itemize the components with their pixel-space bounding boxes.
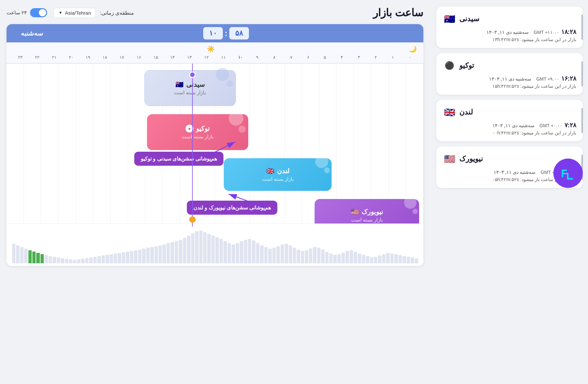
bar-chart-bar (390, 253, 394, 263)
toggle-24h-label: ۲۴ ساعت (7, 10, 27, 16)
bar-chart-bar (366, 256, 369, 263)
svg-line-1 (203, 142, 235, 158)
chevron-down-icon: ▼ (58, 10, 62, 15)
bar-chart-bar (309, 249, 312, 263)
bar-chart-bar (223, 241, 227, 263)
top-bar: ساعت بازار منطقه‌ی زمانی: Asia/Tehran ▼ … (7, 7, 423, 19)
london-time: ۷:۲۸ GMT +۰.۰۰ سه‌شنبه دی ۱۱, ۱۴۰۳ (443, 121, 576, 129)
bar-chart-bar (394, 254, 398, 263)
clock-hour: ۱۰ (203, 27, 223, 39)
sydney-name: سیدنی (459, 15, 479, 23)
bar-chart-bar (386, 253, 389, 263)
bar-chart-bar (97, 256, 101, 263)
right-panel: ساعت بازار منطقه‌ی زمانی: Asia/Tehran ▼ … (0, 0, 431, 272)
bar-chart-bar (138, 250, 141, 263)
bar-chart-bar (122, 252, 125, 263)
sydney-time: ۱۸:۲۸ GMT +۱۱.۰۰ سه‌شنبه دی ۱۱, ۱۴۰۳ (443, 28, 576, 36)
timeline-day: سه‌شنبه (14, 29, 50, 37)
tokyo-name: توکیو (459, 61, 474, 70)
bar-chart-bar (146, 248, 150, 263)
bar-chart-bar (341, 253, 345, 263)
bar-chart-bar (118, 253, 121, 263)
toggle-24h-area: ۲۴ ساعت (7, 8, 47, 17)
bar-chart-bar (358, 253, 361, 263)
chart-area: سیدنی 🇦🇺 بازار بسته است توکیو ● بازار بس… (7, 64, 423, 266)
bar-chart-bar (411, 257, 414, 263)
tokyo-card[interactable]: توکیو ⚫ ۱۶:۲۸ GMT +۹.۰۰ سه‌شنبه دی ۱۱, ۱… (436, 53, 583, 95)
tokyo-time: ۱۶:۲۸ GMT +۹.۰۰ سه‌شنبه دی ۱۱, ۱۴۰۳ (443, 75, 576, 82)
london-card[interactable]: لندن 🇬🇧 ۷:۲۸ GMT +۰.۰۰ سه‌شنبه دی ۱۱, ۱۴… (436, 100, 583, 141)
bar-chart-bar (175, 241, 178, 263)
bar-chart-bar (36, 253, 40, 263)
bar-chart-bar (93, 257, 97, 263)
newyork-flag: 🇺🇸 (443, 152, 456, 165)
bar-chart-bar (305, 250, 308, 263)
sydney-flag: 🇦🇺 (443, 12, 456, 25)
moon-icon: 🌙 (409, 45, 417, 53)
bar-chart-bar (362, 255, 365, 263)
bar-chart-bar (28, 250, 32, 263)
bar-chart-bar (281, 244, 284, 263)
bar-chart-bar (20, 247, 24, 263)
bar-chart-bar (321, 250, 324, 263)
bar-chart-bar (89, 257, 92, 263)
top-controls: منطقه‌ی زمانی: Asia/Tehran ▼ ۲۴ ساعت (7, 8, 134, 18)
bar-chart-bar (329, 253, 333, 263)
bar-chart-bar (81, 259, 84, 263)
bar-chart-bar (402, 256, 406, 263)
bar-chart-bar (106, 255, 109, 263)
logo-area (553, 159, 583, 188)
bar-chart-bar (134, 250, 137, 263)
timezone-select[interactable]: Asia/Tehran ▼ (54, 8, 96, 18)
bar-chart-bar (285, 244, 288, 263)
bar-chart-bar (77, 259, 80, 263)
bar-chart-bar (333, 255, 336, 263)
bar-chart-bar (44, 255, 48, 263)
bar-chart-bar (256, 243, 259, 263)
newyork-name: نیویورک (459, 155, 483, 163)
bar-chart-bar (382, 254, 385, 263)
toggle-24h-switch[interactable] (30, 8, 47, 17)
bar-chart-bar (114, 253, 117, 263)
timeline-clock: ۵۸ : ۱۰ (203, 27, 249, 39)
bar-chart-bar (407, 257, 410, 263)
bar-chart-bar (171, 242, 174, 263)
bar-chart-bar (126, 252, 129, 263)
sydney-bar-sub: بازار بسته است (174, 90, 206, 96)
bar-chart-bar (69, 259, 72, 263)
bar-chart-bar (276, 246, 280, 263)
svg-line-3 (229, 194, 265, 207)
sydney-card[interactable]: سیدنی 🇦🇺 ۱۸:۲۸ GMT +۱۱.۰۰ سه‌شنبه دی ۱۱,… (436, 7, 583, 48)
bar-chart-bar (179, 240, 182, 263)
london-status: بازار در این ساعت باز میشود: ۰۰h:۴۲m:۵۲s (443, 130, 576, 135)
bar-chart-bar (317, 248, 320, 263)
bar-chart-bar (415, 258, 418, 263)
bar-chart-bar (337, 254, 341, 263)
bar-chart-bar (399, 255, 402, 263)
bar-chart-bar (354, 252, 357, 263)
bar-chart-bar (264, 247, 268, 263)
left-panel: سیدنی 🇦🇺 ۱۸:۲۸ GMT +۱۱.۰۰ سه‌شنبه دی ۱۱,… (431, 0, 588, 194)
london-name: لندن (459, 108, 473, 116)
bar-chart-bar (268, 249, 271, 263)
bar-chart-bar (313, 247, 316, 263)
bar-chart-bar (49, 256, 52, 263)
bar-chart-bar (350, 250, 353, 263)
bar-chart-bar (155, 246, 158, 263)
bar-chart-bar (378, 255, 381, 263)
bar-chart-bar (16, 245, 19, 263)
bar-chart-bar (24, 249, 27, 263)
bar-chart-bar (293, 248, 296, 263)
bar-chart-bar (370, 257, 373, 263)
bar-chart-bar (297, 250, 300, 263)
bar-chart-bar (346, 251, 349, 263)
bar-chart-bar (130, 251, 133, 263)
sun-icon: ☀️ (207, 45, 215, 53)
london-flag: 🇬🇧 (443, 106, 456, 119)
bar-chart-bar (61, 258, 64, 263)
hours-row: ۰ ۱ ۲ ۳ ۴ ۵ ۶ ۷ ۸ ۹ ۱۰ ۱۱ ۱۲ ۱۳ ۱۴ ۱۵ ۱۶… (7, 54, 423, 64)
bar-chart-bar (142, 249, 145, 263)
bar-chart-bar (53, 257, 56, 263)
bar-chart-bar (374, 257, 377, 263)
tokyo-flag: ⚫ (443, 59, 456, 72)
